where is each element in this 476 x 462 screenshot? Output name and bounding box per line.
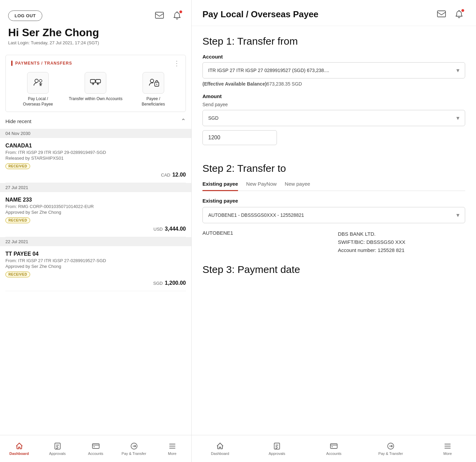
nav-item-pay-transfer-left[interactable]: Pay & Transfer xyxy=(115,439,153,458)
payee-bene-button[interactable]: Payee /Beneficiaries xyxy=(127,72,180,107)
svg-rect-17 xyxy=(330,444,337,448)
svg-rect-10 xyxy=(93,446,95,447)
payee-select-value: AUTOBENE1 - DBSSSGS0XXX - 125528821 xyxy=(208,212,304,218)
right-nav-approvals-label: Approvals xyxy=(269,452,285,456)
transaction-currency: USD xyxy=(153,227,163,232)
pay-local-label: Pay Local /Overseas Payee xyxy=(23,96,53,107)
currency-select[interactable]: SGD ▾ xyxy=(202,110,465,126)
table-row: NAME 233 From: RMG CORP-0001035071014022… xyxy=(5,192,186,237)
transaction-approved: Released by STARSHIPXS01 xyxy=(5,156,186,161)
svg-rect-15 xyxy=(437,11,446,17)
currency-chevron-down-icon: ▾ xyxy=(456,114,459,122)
right-approvals-icon xyxy=(273,442,281,450)
transaction-from: From: ITR IGSP 27 ITR IGSP 27-0289919527… xyxy=(5,258,186,263)
payee-account: Account number: 125528 821 xyxy=(338,247,405,253)
step1-title: Step 1: Transfer from xyxy=(202,36,465,47)
svg-rect-9 xyxy=(92,444,99,448)
transaction-name: CANADA1 xyxy=(5,143,186,149)
approvals-icon xyxy=(53,442,62,450)
right-notification-dot xyxy=(461,9,464,12)
svg-point-5 xyxy=(150,79,154,83)
payee-bene-icon-box xyxy=(143,72,164,94)
payee-chevron-down-icon: ▾ xyxy=(456,211,459,219)
right-notifications-button[interactable] xyxy=(453,8,465,20)
pay-transfer-icon xyxy=(130,442,138,450)
account-label: Account xyxy=(202,54,465,60)
transaction-approved: Approved by Ser Zhe Chong xyxy=(5,264,186,269)
transaction-amount-row: SGD 1,200.00 xyxy=(5,279,186,286)
nav-item-accounts-right[interactable]: Accounts xyxy=(305,439,362,458)
greeting-text: Hi Ser Zhe Chong xyxy=(8,26,183,39)
date-divider-3: 22 Jul 2021 xyxy=(0,237,191,246)
date-divider-1: 04 Nov 2030 xyxy=(0,129,191,138)
amount-section: Amount Send payee SGD ▾ xyxy=(202,93,465,155)
svg-rect-18 xyxy=(331,446,333,447)
transaction-currency: CAD xyxy=(161,172,170,178)
effective-balance-prefix: (Effective Available Balance) xyxy=(202,81,267,87)
payments-section: PAYMENTS / TRANSFERS ⋮ Pay Local /Overse… xyxy=(5,55,186,112)
nav-item-dashboard-right[interactable]: Dashboard xyxy=(192,439,248,458)
tab-new-paynow[interactable]: New PayNow xyxy=(246,181,277,191)
messages-button[interactable] xyxy=(153,9,166,22)
nav-item-approvals-right[interactable]: Approvals xyxy=(248,439,305,458)
nav-dashboard-label: Dashboard xyxy=(9,452,29,456)
notifications-button[interactable] xyxy=(171,9,183,22)
svg-rect-8 xyxy=(55,443,60,449)
accounts-icon xyxy=(92,442,100,450)
transaction-currency: SGD xyxy=(153,281,163,286)
right-messages-button[interactable] xyxy=(435,8,448,20)
right-home-icon xyxy=(216,442,224,450)
nav-item-pay-transfer-right[interactable]: Pay & Transfer xyxy=(362,439,419,458)
transaction-amount: 3,444.00 xyxy=(165,226,186,232)
svg-point-1 xyxy=(35,79,38,83)
table-row: CANADA1 From: ITR IGSP 29 ITR IGSP 29-02… xyxy=(5,138,186,183)
nav-item-dashboard-left[interactable]: Dashboard xyxy=(0,439,38,458)
transfer-own-button[interactable]: Transfer within Own Accounts xyxy=(69,72,122,107)
transaction-amount: 1,200.00 xyxy=(165,280,186,286)
last-login-text: Last Login: Tuesday, 27 Jul 2021, 17:24 … xyxy=(8,40,183,45)
amount-label: Amount xyxy=(202,93,465,99)
hide-recent-button[interactable]: Hide recent ⌃ xyxy=(5,112,186,129)
nav-item-approvals-left[interactable]: Approvals xyxy=(38,439,77,458)
nav-more-label: More xyxy=(168,452,176,456)
left-panel: LOG OUT Hi Ser Zhe Chong Last xyxy=(0,0,192,462)
pay-local-button[interactable]: Pay Local /Overseas Payee xyxy=(11,72,65,107)
right-more-icon xyxy=(443,442,452,450)
nav-item-more-left[interactable]: More xyxy=(153,439,191,458)
svg-rect-12 xyxy=(169,444,175,444)
tab-existing-payee[interactable]: Existing payee xyxy=(202,181,238,191)
payments-menu-button[interactable]: ⋮ xyxy=(173,60,180,67)
notification-dot xyxy=(179,10,182,14)
more-icon xyxy=(168,442,176,450)
transaction-name: TT PAYEE 04 xyxy=(5,251,186,257)
right-nav-more-label: More xyxy=(443,452,452,456)
currency-value: SGD xyxy=(208,115,218,121)
left-bottom-nav: Dashboard Approvals Accounts Pay & Tra xyxy=(0,435,191,462)
step2-title: Step 2: Transfer to xyxy=(202,163,465,174)
header-icons xyxy=(153,9,183,22)
nav-item-more-right[interactable]: More xyxy=(419,439,476,458)
transaction-name: NAME 233 xyxy=(5,197,186,203)
transaction-amount-row: USD 3,444.00 xyxy=(5,225,186,232)
transaction-from: From: RMG CORP-0001035071014022-EUR xyxy=(5,204,186,209)
right-panel: Pay Local / Overseas Payee Step 1: Trans… xyxy=(192,0,476,462)
send-payee-label: Send payee xyxy=(202,102,465,107)
hide-recent-label: Hide recent xyxy=(5,118,31,124)
payee-swift: SWIFT/BIC: DBSSSGS0 XXX xyxy=(338,239,405,245)
chevron-down-icon: ▾ xyxy=(456,67,459,74)
payee-select[interactable]: AUTOBENE1 - DBSSSGS0XXX - 125528821 ▾ xyxy=(202,207,465,223)
effective-balance-value: 673,238.35 SGD xyxy=(267,81,302,87)
svg-rect-3 xyxy=(90,79,95,83)
nav-approvals-label: Approvals xyxy=(49,452,66,456)
nav-item-accounts-left[interactable]: Accounts xyxy=(77,439,115,458)
account-select[interactable]: ITR IGSP 27 ITR IGSP 27 0289919527 (SGD)… xyxy=(202,62,465,78)
right-nav-accounts-label: Accounts xyxy=(326,452,341,456)
amount-input[interactable] xyxy=(202,130,277,145)
right-accounts-icon xyxy=(330,442,338,450)
right-bottom-nav: Dashboard Approvals Accounts Pay & Tra xyxy=(192,435,476,462)
payments-header: PAYMENTS / TRANSFERS ⋮ xyxy=(11,60,180,67)
logout-button[interactable]: LOG OUT xyxy=(8,10,42,21)
svg-rect-22 xyxy=(445,448,451,448)
tab-new-payee[interactable]: New payee xyxy=(285,181,310,191)
payee-bank: DBS BANK LTD. xyxy=(338,231,375,237)
